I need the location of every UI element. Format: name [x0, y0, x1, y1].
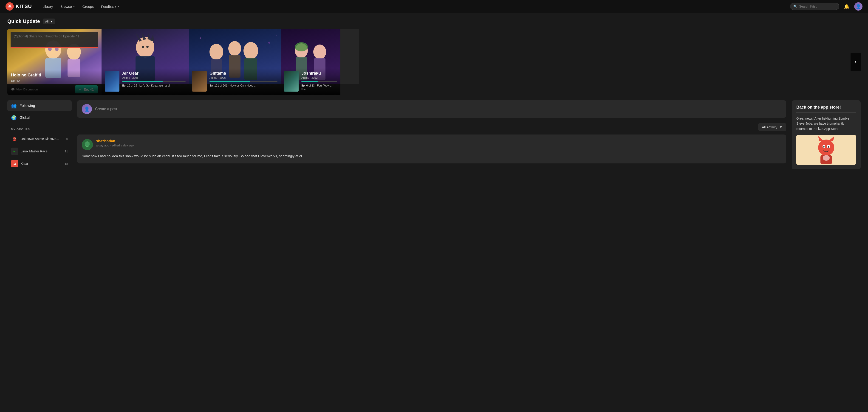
svg-point-2 — [9, 6, 10, 6]
carousel-item-airgear[interactable]: Air Gear Anime · 2006 Ep. 16 of 25 · Let… — [101, 29, 189, 95]
post-user-avatar[interactable] — [82, 139, 93, 150]
group-icon-unknown: 👺 — [11, 135, 19, 142]
airgear-progress-bar — [122, 81, 186, 82]
svg-point-19 — [146, 46, 149, 48]
sidebar-divider — [796, 112, 856, 113]
group-item-unknown[interactable]: 👺 Unknown Anime Discove... 0 — [7, 133, 72, 145]
group-icon-linux: >_ — [11, 147, 19, 155]
joshi-info: Joshiraku Anime · 2012 Ep. 6 of 13 · Fou… — [281, 68, 340, 95]
svg-point-29 — [276, 35, 277, 36]
global-icon: 🌍 — [11, 115, 17, 121]
svg-point-23 — [228, 41, 241, 56]
group-item-linux[interactable]: >_ Linux Master Race 11 — [7, 145, 72, 157]
svg-point-44 — [823, 146, 825, 147]
search-bar[interactable]: 🔍 — [790, 3, 839, 10]
site-logo[interactable]: KITSU — [5, 2, 32, 10]
nav-browse[interactable]: Browse ▼ — [57, 3, 78, 10]
nav-feedback[interactable]: Feedback ▼ — [98, 3, 123, 10]
carousel-item-gintama[interactable]: Gintama Anime · 2006 Ep. 121 of 201 · No… — [189, 29, 281, 95]
filter-dropdown[interactable]: All ▼ — [43, 19, 55, 24]
svg-point-1 — [8, 5, 11, 7]
kitsu-logo-icon — [5, 2, 14, 10]
kitsu-group-icon — [12, 161, 17, 166]
gintama-progress-bar — [210, 81, 277, 82]
lower-section: 👥 Following 🌍 Global MY GROUPS 👺 Unknown… — [0, 95, 868, 176]
carousel-item-joshi[interactable]: Joshiraku Anime · 2012 Ep. 6 of 13 · Fou… — [281, 29, 340, 95]
svg-point-35 — [295, 42, 308, 52]
svg-point-21 — [210, 44, 223, 60]
quick-update-title: Quick Update — [7, 19, 40, 24]
svg-point-18 — [142, 46, 144, 48]
following-icon: 👥 — [11, 103, 17, 109]
post-user-info: shazbotian a day ago · edited a day ago — [96, 139, 782, 147]
my-groups-label: MY GROUPS — [7, 124, 72, 133]
group-icon-kitsu — [11, 160, 19, 167]
search-icon: 🔍 — [793, 5, 797, 8]
svg-point-28 — [268, 42, 270, 44]
kitsu-mascot-image — [796, 135, 856, 165]
sidebar-image — [796, 135, 856, 165]
post-card: shazbotian a day ago · edited a day ago … — [77, 135, 786, 164]
svg-point-49 — [823, 155, 830, 161]
center-feed: 👤 Create a post... All Activity ▼ — [77, 100, 786, 164]
post-content: Somehow I had no idea this show would be… — [82, 153, 782, 159]
dropdown-chevron-icon: ▼ — [50, 20, 53, 23]
feedback-chevron-icon: ▼ — [117, 5, 119, 8]
activity-chevron-icon: ▼ — [779, 125, 782, 129]
global-feed-item[interactable]: 🌍 Global — [7, 112, 72, 123]
svg-point-33 — [313, 44, 326, 59]
carousel-placeholder-1 — [340, 29, 359, 84]
navbar: KITSU Library Browse ▼ Groups Feedback ▼… — [0, 0, 868, 13]
post-time: a day ago · edited a day ago — [96, 144, 782, 147]
svg-point-41 — [818, 140, 834, 156]
main-nav: Library Browse ▼ Groups Feedback ▼ — [39, 3, 790, 10]
joshi-thumbnail — [284, 71, 299, 92]
sidebar-card-title: Back on the app store! — [796, 105, 856, 110]
all-activity-button[interactable]: All Activity ▼ — [758, 123, 786, 131]
logo-text: KITSU — [16, 3, 32, 9]
following-feed-item[interactable]: 👥 Following — [7, 100, 72, 111]
right-sidebar: Back on the app store! Great news! After… — [792, 100, 861, 169]
nav-groups[interactable]: Groups — [79, 3, 97, 10]
carousel-next-button[interactable]: › — [850, 53, 861, 71]
joshi-progress-bar — [301, 81, 337, 82]
sidebar-text: Great news! After fist-fighting Zombie S… — [796, 116, 856, 131]
current-anime-info: Holo no Graffiti Ep. 40 — [7, 70, 101, 95]
gintama-thumbnail — [192, 71, 207, 92]
update-textarea[interactable] — [10, 32, 98, 48]
user-avatar[interactable]: 👤 — [854, 2, 863, 10]
group-item-kitsu[interactable]: Kitsu 18 — [7, 158, 72, 170]
left-sidebar: 👥 Following 🌍 Global MY GROUPS 👺 Unknown… — [7, 100, 72, 170]
browse-chevron-icon: ▼ — [73, 5, 75, 8]
gintama-info: Gintama Anime · 2006 Ep. 121 of 201 · No… — [189, 68, 281, 95]
notifications-button[interactable]: 🔔 — [843, 3, 850, 10]
svg-point-27 — [199, 37, 201, 39]
svg-point-3 — [10, 6, 10, 6]
user-avatar-image — [82, 139, 93, 150]
create-post-avatar: 👤 — [82, 104, 92, 114]
airgear-thumbnail — [105, 71, 119, 92]
create-post-bar[interactable]: 👤 Create a post... — [77, 100, 786, 118]
svg-point-45 — [828, 146, 829, 147]
post-header: shazbotian a day ago · edited a day ago — [82, 139, 782, 150]
svg-point-25 — [244, 42, 258, 60]
svg-point-36 — [12, 161, 17, 166]
app-store-card: Back on the app store! Great news! After… — [792, 100, 861, 169]
navbar-right: 🔍 🔔 👤 — [790, 2, 863, 10]
quick-update-header: Quick Update All ▼ — [7, 19, 861, 24]
mascot-svg — [796, 135, 856, 165]
quick-update-section: Quick Update All ▼ — [0, 13, 868, 95]
search-input[interactable] — [799, 5, 836, 8]
carousel: 💬 View Discussion ✓ Ep. 41 Holo no Graff… — [7, 29, 861, 95]
airgear-info: Air Gear Anime · 2006 Ep. 16 of 25 · Let… — [101, 68, 189, 95]
post-username[interactable]: shazbotian — [96, 139, 782, 143]
nav-library[interactable]: Library — [39, 3, 56, 10]
textarea-overlay — [7, 29, 101, 49]
activity-header: All Activity ▼ — [77, 123, 786, 131]
carousel-item-current[interactable]: 💬 View Discussion ✓ Ep. 41 Holo no Graff… — [7, 29, 101, 95]
